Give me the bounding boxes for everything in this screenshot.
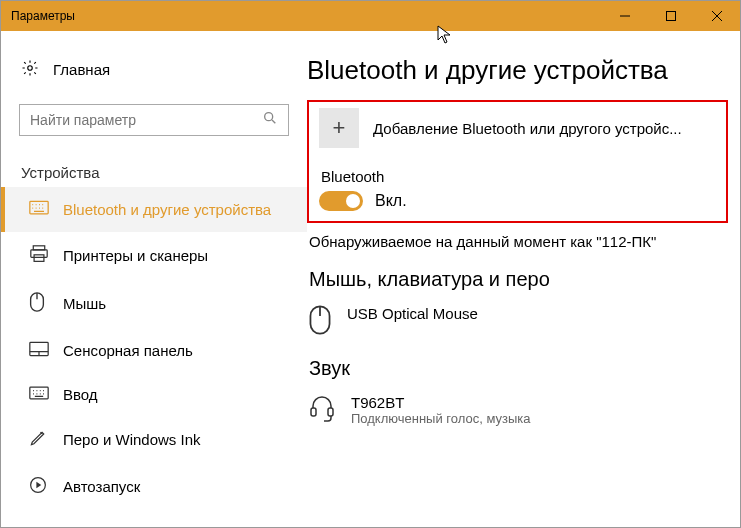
pen-icon <box>29 429 49 450</box>
svg-rect-5 <box>31 250 47 257</box>
mouse-icon <box>29 292 49 315</box>
svg-point-1 <box>28 66 33 71</box>
sidebar-item-autoplay[interactable]: Автозапуск <box>1 463 307 510</box>
sidebar-item-label: Сенсорная панель <box>63 342 193 359</box>
add-device-button[interactable]: + Добавление Bluetooth или другого устро… <box>319 108 716 148</box>
svg-rect-0 <box>667 12 676 21</box>
sidebar-group-title: Устройства <box>1 154 307 187</box>
search-icon <box>262 110 278 130</box>
window-title: Параметры <box>11 9 75 23</box>
svg-rect-6 <box>34 255 44 262</box>
bluetooth-label: Bluetooth <box>321 168 716 185</box>
sidebar-item-mouse[interactable]: Мышь <box>1 279 307 328</box>
main-content: Bluetooth и другие устройства + Добавлен… <box>307 31 740 527</box>
keyboard-icon <box>29 200 49 219</box>
sidebar-home-label: Главная <box>53 61 110 78</box>
svg-rect-9 <box>30 387 48 399</box>
maximize-button[interactable] <box>648 1 694 31</box>
keyboard-icon <box>29 386 49 403</box>
titlebar: Параметры <box>1 1 740 31</box>
sidebar-item-label: Перо и Windows Ink <box>63 431 201 448</box>
svg-point-2 <box>265 113 273 121</box>
device-subtitle: Подключенный голос, музыка <box>351 411 531 426</box>
page-title: Bluetooth и другие устройства <box>307 55 740 86</box>
sidebar-item-typing[interactable]: Ввод <box>1 373 307 416</box>
sidebar: Главная Устройства Bluetooth и другие ус… <box>1 31 307 527</box>
sidebar-item-label: Автозапуск <box>63 478 140 495</box>
plus-icon: + <box>319 108 359 148</box>
device-row-headset[interactable]: T962BT Подключенный голос, музыка <box>307 390 740 444</box>
printer-icon <box>29 245 49 266</box>
search-input[interactable] <box>19 104 289 136</box>
sidebar-item-label: Bluetooth и другие устройства <box>63 201 271 218</box>
headset-icon <box>309 394 335 426</box>
touchpad-icon <box>29 341 49 360</box>
sidebar-item-label: Принтеры и сканеры <box>63 247 208 264</box>
discoverable-text: Обнаруживаемое на данный момент как "112… <box>309 233 740 250</box>
sidebar-item-label: Мышь <box>63 295 106 312</box>
sidebar-home[interactable]: Главная <box>1 49 307 90</box>
sidebar-item-touchpad[interactable]: Сенсорная панель <box>1 328 307 373</box>
svg-rect-12 <box>311 408 316 416</box>
sidebar-item-bluetooth[interactable]: Bluetooth и другие устройства <box>1 187 307 232</box>
mouse-icon <box>309 305 331 339</box>
section-sound: Звук <box>309 357 740 380</box>
device-name: USB Optical Mouse <box>347 305 478 322</box>
sidebar-item-label: Ввод <box>63 386 98 403</box>
device-row-mouse[interactable]: USB Optical Mouse <box>307 301 740 357</box>
bluetooth-toggle[interactable] <box>319 191 363 211</box>
device-name: T962BT <box>351 394 531 411</box>
close-button[interactable] <box>694 1 740 31</box>
minimize-button[interactable] <box>602 1 648 31</box>
add-device-label: Добавление Bluetooth или другого устройс… <box>373 120 682 137</box>
toggle-state-label: Вкл. <box>375 192 407 210</box>
autoplay-icon <box>29 476 49 497</box>
search-field[interactable] <box>30 112 278 128</box>
svg-rect-13 <box>328 408 333 416</box>
highlighted-region: + Добавление Bluetooth или другого устро… <box>307 100 728 223</box>
sidebar-item-pen[interactable]: Перо и Windows Ink <box>1 416 307 463</box>
gear-icon <box>21 59 39 80</box>
section-mouse-keyboard: Мышь, клавиатура и перо <box>309 268 740 291</box>
sidebar-item-printers[interactable]: Принтеры и сканеры <box>1 232 307 279</box>
